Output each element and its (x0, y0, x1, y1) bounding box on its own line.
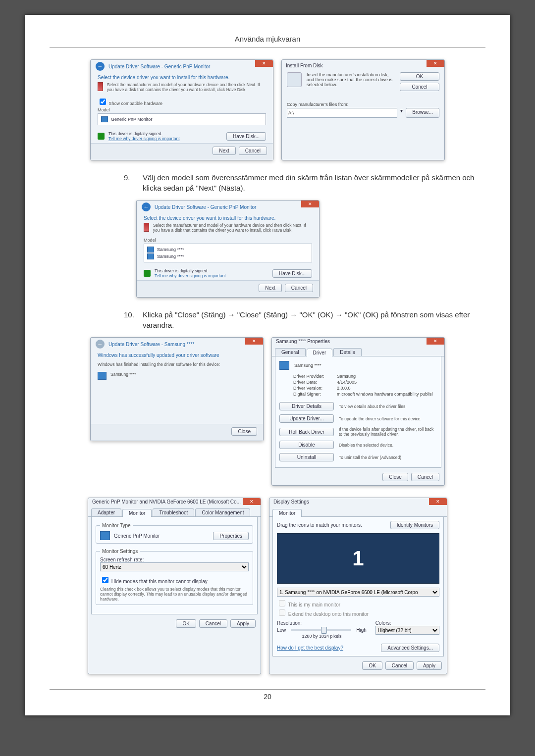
tab-monitor[interactable]: Monitor (272, 509, 302, 517)
sub-text: Windows has finished installing the driv… (98, 362, 220, 367)
monitor-icon (98, 372, 107, 380)
extend-desktop-label: Extend the desktop onto this monitor (288, 611, 369, 617)
drive-input[interactable] (287, 108, 397, 118)
slider-thumb[interactable] (321, 627, 327, 634)
monitor-icon (147, 253, 154, 259)
uninstall-button[interactable]: Uninstall (279, 453, 334, 461)
tab-details[interactable]: Details (333, 348, 362, 356)
browse-button[interactable]: Browse... (406, 108, 439, 118)
monitor-icon (147, 247, 154, 252)
why-signing-link[interactable]: Tell me why driver signing is important (155, 273, 226, 278)
refresh-rate-select[interactable]: 60 Hertz (100, 562, 249, 571)
close-button[interactable]: Close (382, 473, 408, 481)
hide-modes-label: Hide modes that this monitor cannot disp… (111, 579, 208, 584)
monitor-type-value: Generic PnP Monitor (114, 533, 160, 539)
step-number: 10. (124, 309, 136, 330)
apply-button[interactable]: Apply (417, 661, 442, 670)
advanced-settings-button[interactable]: Advanced Settings... (381, 644, 439, 652)
wizard-instruction: Select the manufacturer and model of you… (153, 223, 312, 233)
close-icon[interactable]: ✕ (301, 201, 319, 207)
extend-desktop-checkbox (279, 609, 285, 616)
next-button[interactable]: Next (213, 147, 236, 155)
breadcrumb: Update Driver Software - Samsung **** (108, 342, 194, 347)
device-name: Samsung **** (294, 363, 321, 368)
ok-button[interactable]: OK (176, 619, 196, 628)
signature-text: This driver is digitally signed. Tell me… (108, 131, 180, 141)
wizard-instruction: Select the manufacturer and model of you… (107, 82, 266, 92)
update-driver-wizard-b: ✕ ← Update Driver Software - Generic PnP… (136, 200, 320, 298)
cancel-button[interactable]: Cancel (199, 619, 227, 628)
close-icon[interactable]: ✕ (427, 60, 444, 67)
resolution-slider[interactable] (291, 629, 351, 631)
tab-general[interactable]: General (275, 348, 306, 356)
ok-button[interactable]: OK (362, 661, 382, 670)
have-disk-button[interactable]: Have Disk... (272, 269, 312, 278)
dialog-title: Display Settings (269, 498, 447, 504)
display-settings-dialog: ✕ Display Settings Monitor Drag the icon… (269, 498, 447, 674)
breadcrumb: Update Driver Software - Generic PnP Mon… (155, 204, 256, 210)
model-item[interactable]: Generic PnP Monitor (111, 117, 152, 122)
roll-back-button[interactable]: Roll Back Driver (279, 428, 334, 436)
tab-driver[interactable]: Driver (307, 349, 333, 356)
update-driver-success: ✕ ← Update Driver Software - Samsung ***… (90, 337, 264, 441)
back-icon[interactable]: ← (96, 62, 105, 71)
close-button[interactable]: Close (231, 427, 257, 436)
tab-adapter[interactable]: Adapter (91, 508, 121, 516)
apply-button[interactable]: Apply (230, 619, 256, 628)
compat-checkbox[interactable] (100, 99, 106, 105)
back-icon[interactable]: ← (142, 202, 151, 211)
page-header: Använda mjukvaran (50, 35, 485, 48)
cancel-button[interactable]: Cancel (385, 661, 414, 670)
best-display-link[interactable]: How do I get the best display? (277, 645, 343, 651)
breadcrumb: Update Driver Software - Generic PnP Mon… (108, 64, 210, 69)
dialog-title: Install From Disk (282, 62, 444, 69)
tab-troubleshoot[interactable]: Troubleshoot (153, 508, 194, 516)
identify-monitors-button[interactable]: Identify Monitors (390, 521, 439, 529)
cancel-button[interactable]: Cancel (400, 83, 439, 91)
close-icon[interactable]: ✕ (427, 338, 444, 345)
monitor-icon (279, 361, 289, 370)
signature-text: This driver is digitally signed. Tell me… (155, 268, 226, 278)
cancel-button[interactable]: Cancel (285, 284, 313, 292)
low-label: Low (277, 627, 286, 633)
screenshot-row-3: ✕ ← Update Driver Software - Samsung ***… (50, 337, 485, 486)
model-listbox[interactable]: Generic PnP Monitor (98, 113, 266, 125)
close-icon[interactable]: ✕ (255, 60, 273, 67)
compat-label: Show compatible hardware (109, 101, 163, 106)
device-name: Samsung **** (110, 372, 136, 380)
update-driver-wizard-a: ✕ ← Update Driver Software - Generic PnP… (90, 59, 273, 160)
dialog-title: Samsung **** Properties (272, 338, 444, 344)
model-listbox[interactable]: Samsung **** Samsung **** (144, 244, 312, 262)
screenshot-row-1: ✕ ← Update Driver Software - Generic PnP… (50, 59, 485, 160)
step-number: 9. (124, 172, 136, 193)
have-disk-button[interactable]: Have Disk... (226, 132, 266, 141)
hide-modes-checkbox[interactable] (102, 577, 108, 583)
colors-select[interactable]: Highest (32 bit) (375, 626, 439, 635)
high-label: High (356, 627, 367, 633)
close-icon[interactable]: ✕ (429, 498, 447, 505)
cancel-button[interactable]: Cancel (411, 473, 439, 481)
step-9: 9. Välj den modell som överensstämmer me… (124, 172, 485, 193)
model-item[interactable]: Samsung **** (157, 247, 184, 252)
shield-icon (144, 270, 151, 277)
close-icon[interactable]: ✕ (245, 338, 263, 345)
tab-color-management[interactable]: Color Management (195, 508, 250, 516)
next-button[interactable]: Next (259, 284, 282, 292)
step-text: Klicka på "Close" (Stäng) → "Close" (Stä… (143, 309, 485, 330)
tab-monitor[interactable]: Monitor (122, 509, 152, 517)
driver-details-button[interactable]: Driver Details (279, 402, 334, 410)
monitor-preview[interactable]: 1 (277, 533, 439, 584)
properties-button[interactable]: Properties (213, 532, 249, 540)
disable-button[interactable]: Disable (279, 441, 334, 449)
monitor-select[interactable]: 1. Samsung **** on NVIDIA GeForce 6600 L… (277, 588, 439, 597)
close-icon[interactable]: ✕ (243, 498, 261, 505)
install-from-disk-dialog: ✕ Install From Disk Insert the manufactu… (281, 59, 445, 160)
ok-button[interactable]: OK (400, 72, 439, 81)
step-text: Välj den modell som överensstämmer med d… (143, 172, 485, 193)
model-item[interactable]: Samsung **** (157, 254, 184, 259)
update-driver-button[interactable]: Update Driver... (279, 414, 334, 423)
shield-icon (98, 133, 105, 140)
why-signing-link[interactable]: Tell me why driver signing is important (108, 136, 180, 141)
monitor-settings-legend: Monitor Settings (100, 549, 140, 554)
cancel-button[interactable]: Cancel (239, 147, 267, 155)
